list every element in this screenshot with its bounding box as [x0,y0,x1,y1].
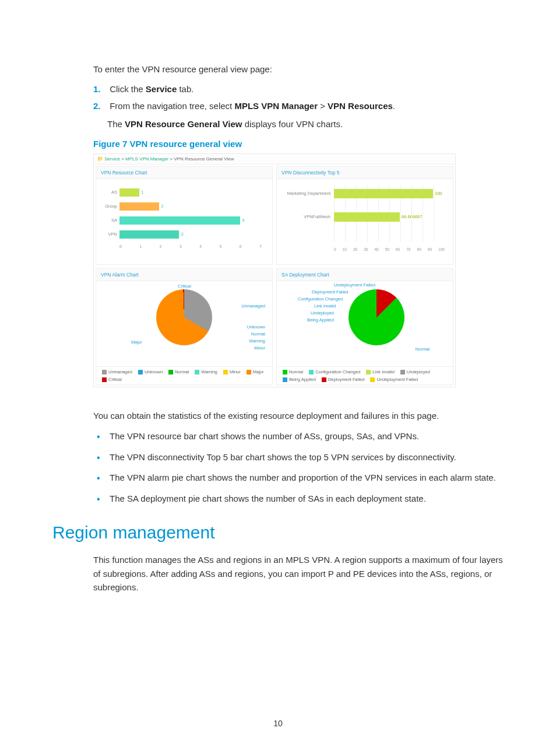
vpn-disconnect-chart: Marketing Department100 VPNFullMesh66.66… [277,179,453,255]
page-number: 10 [0,719,556,728]
intro-text: To enter the VPN resource general view p… [93,63,504,76]
section-heading: Region management [52,523,504,542]
breadcrumb-service[interactable]: Service [104,156,120,162]
panel-title: VPN Resource Chart [96,167,272,179]
step-number: 2. [93,101,107,111]
step-subtext: The VPN Resource General View displays f… [107,118,504,131]
panel-vpn-resource: VPN Resource Chart AS1 Group2 SA6 VPN3 0… [96,166,273,265]
feature-bullets: The VPN resource bar chart shows the num… [93,430,504,505]
figure-screenshot: 📁 Service > MPLS VPN Manager > VPN Resou… [93,153,456,387]
folder-icon: 📁 [97,156,103,162]
after-figure-text: You can obtain the statistics of the exi… [93,410,504,422]
step-1: 1. Click the Service tab. [93,84,504,94]
step-number: 1. [93,84,107,94]
panel-title: VPN Alarm Chart [96,269,272,281]
pie-icon [156,289,212,345]
pie-icon [349,289,404,345]
panel-sa-deployment: SA Deployment Chart Undeployment Failed … [276,268,453,385]
list-item: The SA deployment pie chart shows the nu… [93,492,504,506]
breadcrumb-mpls[interactable]: MPLS VPN Manager [125,156,168,162]
section-body: This function manages the ASs and region… [93,553,504,594]
sa-deployment-chart: Undeployment Failed Deployment Failed Co… [277,281,453,366]
chart-legend: Unmanaged Unknown Normal Warning Minor M… [96,366,272,384]
panel-title: VPN Disconnectivity Top 5 [277,167,453,179]
panel-vpn-alarm: VPN Alarm Chart Critical Unmanaged Unkno… [96,268,273,385]
list-item: The VPN alarm pie chart shows the number… [93,471,504,485]
breadcrumb-current: VPN Resource General View [174,156,234,162]
list-item: The VPN resource bar chart shows the num… [93,430,504,443]
chart-legend: Normal Configuration Changed Link Invali… [277,366,453,384]
list-item: The VPN disconnectivity Top 5 bar chart … [93,451,504,464]
vpn-resource-chart: AS1 Group2 SA6 VPN3 01234567 [100,184,269,250]
steps-list: 1. Click the Service tab. 2. From the na… [93,84,504,111]
breadcrumb: 📁 Service > MPLS VPN Manager > VPN Resou… [94,154,455,164]
step-2: 2. From the navigation tree, select MPLS… [93,101,504,111]
figure-caption: Figure 7 VPN resource general view [93,139,504,149]
panel-vpn-disconnect: VPN Disconnectivity Top 5 Marketing Depa… [276,166,453,265]
panel-title: SA Deployment Chart [277,269,453,281]
vpn-alarm-chart: Critical Unmanaged Unknown Normal Warnin… [96,281,272,366]
